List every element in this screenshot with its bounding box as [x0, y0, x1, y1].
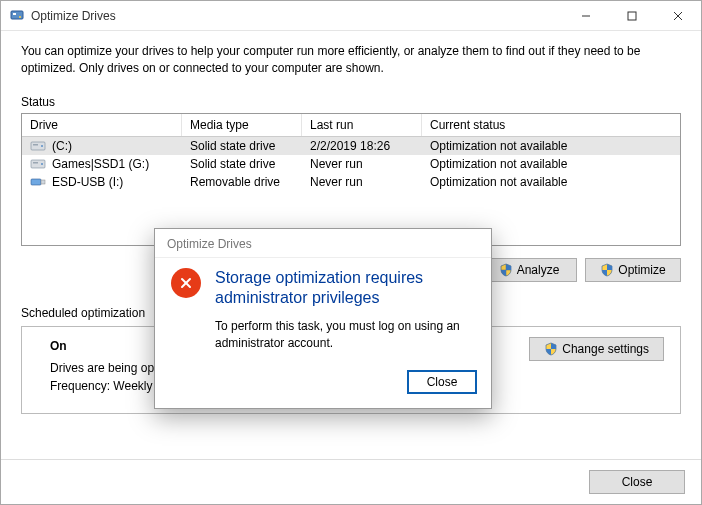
status-label: Status [21, 95, 681, 109]
app-icon [9, 8, 25, 24]
intro-text: You can optimize your drives to help you… [21, 43, 681, 77]
drive-table: Drive Media type Last run Current status… [21, 113, 681, 246]
drive-table-header: Drive Media type Last run Current status [22, 114, 680, 137]
col-lastrun[interactable]: Last run [302, 114, 422, 136]
minimize-button[interactable] [563, 1, 609, 31]
table-row[interactable]: (C:)Solid state drive2/2/2019 18:26Optim… [22, 137, 680, 155]
dialog-message: To perform this task, you must log on us… [215, 318, 475, 352]
titlebar: Optimize Drives [1, 1, 701, 31]
analyze-button[interactable]: Analyze [481, 258, 577, 282]
drive-icon [30, 176, 46, 188]
shield-icon [600, 263, 614, 277]
maximize-button[interactable] [609, 1, 655, 31]
svg-rect-12 [33, 162, 38, 164]
drive-status: Optimization not available [422, 173, 680, 191]
dialog-title: Optimize Drives [155, 229, 491, 258]
svg-point-11 [41, 163, 43, 165]
drive-name: Games|SSD1 (G:) [52, 157, 149, 171]
close-button[interactable]: Close [589, 470, 685, 494]
drive-lastrun: Never run [302, 155, 422, 173]
col-drive[interactable]: Drive [22, 114, 182, 136]
close-window-button[interactable] [655, 1, 701, 31]
optimize-label: Optimize [618, 263, 665, 277]
svg-rect-14 [41, 180, 45, 184]
dialog-close-button[interactable]: Close [407, 370, 477, 394]
drive-status: Optimization not available [422, 155, 680, 173]
drive-icon [30, 140, 46, 152]
change-settings-button[interactable]: Change settings [529, 337, 664, 361]
col-status[interactable]: Current status [422, 114, 680, 136]
drive-media: Solid state drive [182, 155, 302, 173]
drive-icon [30, 158, 46, 170]
svg-rect-9 [33, 144, 38, 146]
col-media[interactable]: Media type [182, 114, 302, 136]
svg-point-8 [41, 145, 43, 147]
drive-media: Removable drive [182, 173, 302, 191]
shield-icon [499, 263, 513, 277]
svg-point-2 [19, 16, 21, 18]
drive-lastrun: 2/2/2019 18:26 [302, 137, 422, 155]
footer: Close [1, 459, 701, 504]
table-row[interactable]: ESD-USB (I:)Removable driveNever runOpti… [22, 173, 680, 191]
drive-name: (C:) [52, 139, 72, 153]
svg-rect-4 [628, 12, 636, 20]
error-icon [171, 268, 201, 298]
svg-rect-0 [11, 11, 23, 19]
shield-icon [544, 342, 558, 356]
dialog-heading: Storage optimization requires administra… [215, 268, 475, 308]
drive-media: Solid state drive [182, 137, 302, 155]
svg-rect-13 [31, 179, 41, 185]
drive-status: Optimization not available [422, 137, 680, 155]
svg-rect-1 [13, 13, 16, 15]
optimize-button[interactable]: Optimize [585, 258, 681, 282]
change-settings-label: Change settings [562, 342, 649, 356]
window-title: Optimize Drives [31, 9, 563, 23]
drive-lastrun: Never run [302, 173, 422, 191]
analyze-label: Analyze [517, 263, 560, 277]
table-row[interactable]: Games|SSD1 (G:)Solid state driveNever ru… [22, 155, 680, 173]
drive-name: ESD-USB (I:) [52, 175, 123, 189]
error-dialog: Optimize Drives Storage optimization req… [154, 228, 492, 409]
